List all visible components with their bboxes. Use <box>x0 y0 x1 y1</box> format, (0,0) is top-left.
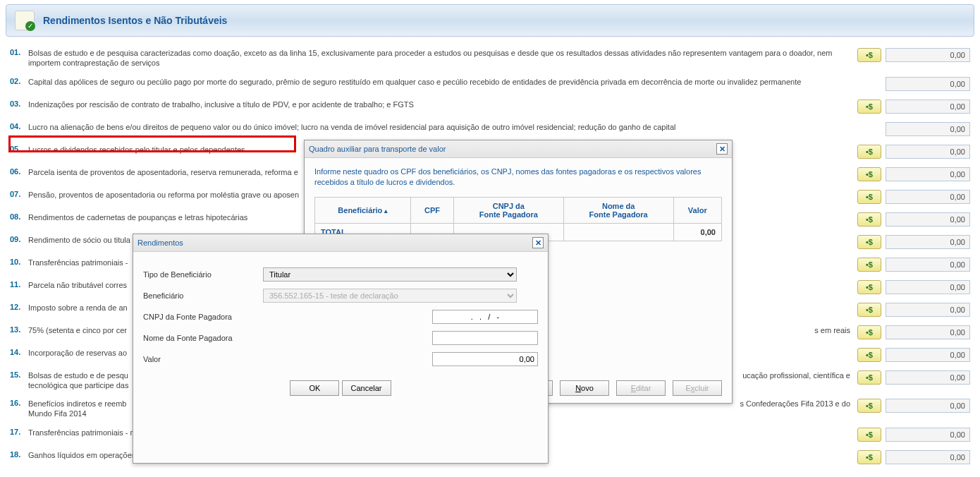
money-icon[interactable]: •$ <box>857 48 881 62</box>
total-value: 0,00 <box>673 223 721 241</box>
row-number: 17. <box>10 428 28 436</box>
money-icon[interactable]: •$ <box>857 167 881 181</box>
dialog-info-text: Informe neste quadro os CPF dos benefici… <box>314 167 722 188</box>
column-header[interactable]: Valor <box>673 197 721 223</box>
row-actions: •$0,00 <box>857 370 970 385</box>
money-icon[interactable]: •$ <box>857 325 881 339</box>
ok-button[interactable]: OK <box>290 380 339 396</box>
nome-label: Nome da Fonte Pagadora <box>143 334 263 342</box>
row-number: 01. <box>10 48 28 56</box>
row-actions: •$0,00 <box>857 428 970 442</box>
value-display: 0,00 <box>886 325 970 339</box>
money-icon[interactable]: •$ <box>857 235 881 249</box>
valor-label: Valor <box>143 355 263 363</box>
value-display: 0,00 <box>886 122 970 136</box>
money-icon[interactable]: •$ <box>857 303 881 317</box>
row-actions: •$0,00 <box>857 48 970 62</box>
money-icon[interactable]: •$ <box>857 399 881 413</box>
column-header[interactable]: Beneficiário <box>315 197 411 223</box>
valor-input[interactable] <box>432 352 538 366</box>
value-display: 0,00 <box>886 258 970 272</box>
row-actions: •$0,00 <box>857 99 970 114</box>
row-number: 07. <box>10 190 28 198</box>
value-display: 0,00 <box>886 399 970 413</box>
row-actions: •$0,00 <box>857 258 970 272</box>
dialog-titlebar: Quadro auxiliar para transporte de valor… <box>305 140 732 158</box>
money-icon[interactable]: •$ <box>857 348 881 362</box>
row-number: 15. <box>10 370 28 379</box>
row-number: 02. <box>10 77 28 85</box>
close-icon[interactable]: ✕ <box>716 143 728 155</box>
row-number: 11. <box>10 280 28 289</box>
value-display: 0,00 <box>886 280 970 294</box>
tipo-select[interactable]: Titular <box>263 267 517 282</box>
value-display: 0,00 <box>886 212 970 227</box>
value-display: 0,00 <box>886 190 970 204</box>
money-icon[interactable]: •$ <box>857 99 881 114</box>
row-actions: •$0,00 <box>857 348 970 362</box>
money-icon[interactable]: •$ <box>857 190 881 204</box>
column-header[interactable]: CPF <box>411 197 454 223</box>
row-description: Indenizações por rescisão de contrato de… <box>28 99 857 109</box>
column-header[interactable]: Nome daFonte Pagadora <box>563 197 673 223</box>
row-description: Capital das apólices de seguro ou pecúli… <box>28 77 886 87</box>
row-number: 14. <box>10 348 28 356</box>
income-row: 02.Capital das apólices de seguro ou pec… <box>10 73 970 95</box>
tipo-label: Tipo de Beneficiário <box>143 270 263 279</box>
document-check-icon <box>15 11 35 30</box>
row-number: 03. <box>10 99 28 108</box>
value-display: 0,00 <box>886 167 970 181</box>
value-display: 0,00 <box>886 48 970 62</box>
row-number: 18. <box>10 450 28 459</box>
editar-button[interactable]: Editar <box>616 380 666 396</box>
cnpj-input[interactable] <box>432 310 538 324</box>
nome-input[interactable] <box>432 331 538 345</box>
money-icon[interactable]: •$ <box>857 370 881 385</box>
value-display: 0,00 <box>886 303 970 317</box>
row-number: 08. <box>10 212 28 221</box>
value-display: 0,00 <box>886 348 970 362</box>
row-actions: •$0,00 <box>857 190 970 204</box>
value-display: 0,00 <box>886 145 970 159</box>
row-number: 04. <box>10 122 28 131</box>
cnpj-label: CNPJ da Fonte Pagadora <box>143 313 263 321</box>
dialog-rendimentos: Rendimentos ✕ Tipo de Beneficiário Titul… <box>133 234 549 464</box>
row-actions: •$0,00 <box>857 145 970 159</box>
row-actions: •$0,00 <box>857 212 970 227</box>
cancelar-button[interactable]: Cancelar <box>342 380 391 396</box>
row-actions: •$0,00 <box>857 399 970 413</box>
value-display: 0,00 <box>886 370 970 385</box>
money-icon[interactable]: •$ <box>857 450 881 464</box>
money-icon[interactable]: •$ <box>857 280 881 294</box>
row-description: Lucro na alienação de bens e/ou direitos… <box>28 122 886 132</box>
row-number: 13. <box>10 325 28 334</box>
dialog-titlebar: Rendimentos ✕ <box>133 234 548 252</box>
beneficiario-label: Beneficiário <box>143 291 263 300</box>
money-icon[interactable]: •$ <box>857 428 881 442</box>
main-content: Quadro auxiliar para transporte de valor… <box>0 44 980 469</box>
column-header[interactable]: CNPJ daFonte Pagadora <box>453 197 563 223</box>
beneficiario-select: 356.552.165-15 - teste de declaração <box>263 289 517 303</box>
row-number: 10. <box>10 258 28 266</box>
value-display: 0,00 <box>886 77 970 91</box>
row-number: 06. <box>10 167 28 176</box>
value-display: 0,00 <box>886 99 970 114</box>
row-actions: •$0,00 <box>857 325 970 339</box>
close-icon[interactable]: ✕ <box>532 237 544 248</box>
row-actions: •$0,00 <box>857 303 970 317</box>
money-icon[interactable]: •$ <box>857 258 881 272</box>
excluir-button[interactable]: Excluir <box>673 380 722 396</box>
page-title: Rendimentos Isentos e Não Tributáveis <box>43 15 227 26</box>
income-row: 01.Bolsas de estudo e de pesquisa caract… <box>10 44 970 73</box>
row-actions: 0,00 <box>886 77 970 91</box>
row-actions: •$0,00 <box>857 235 970 249</box>
novo-button[interactable]: Novo <box>560 380 609 396</box>
row-actions: •$0,00 <box>857 450 970 464</box>
row-actions: 0,00 <box>886 122 970 136</box>
money-icon[interactable]: •$ <box>857 212 881 227</box>
money-icon[interactable]: •$ <box>857 145 881 159</box>
income-row: 04.Lucro na alienação de bens e/ou direi… <box>10 118 970 140</box>
row-number: 09. <box>10 235 28 243</box>
row-description: Bolsas de estudo e de pesquisa caracteri… <box>28 48 857 68</box>
value-display: 0,00 <box>886 450 970 464</box>
